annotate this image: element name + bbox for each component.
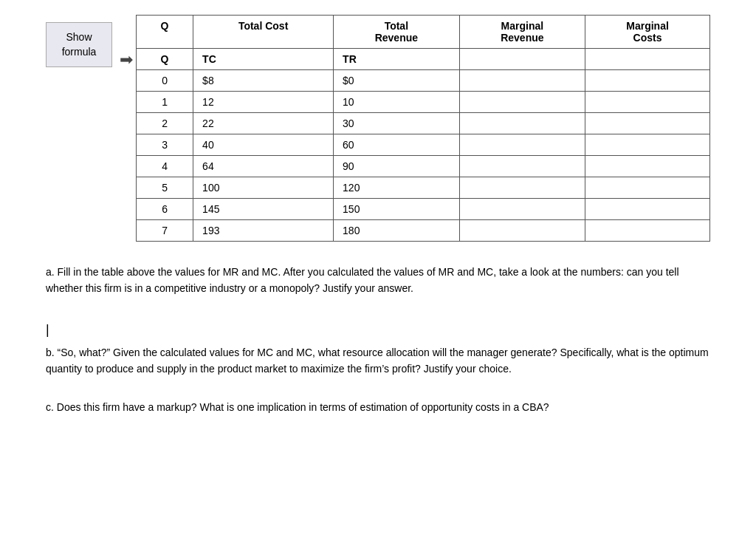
- question-a-block: a. Fill in the table above the values fo…: [46, 264, 710, 297]
- questions-section: a. Fill in the table above the values fo…: [46, 264, 710, 416]
- cell-mc-3[interactable]: [585, 134, 710, 156]
- top-section: Showformula ➡ Q Total Cost TotalRevenue …: [46, 15, 710, 242]
- cell-tc-6: 145: [193, 199, 334, 220]
- cell-mr-2[interactable]: [459, 113, 585, 134]
- col-header-marginal-costs: MarginalCosts: [585, 16, 710, 49]
- cell-q-1: 1: [137, 92, 193, 113]
- cell-tc-3: 40: [193, 134, 334, 156]
- subheader-mr: [459, 49, 585, 70]
- cell-mr-3[interactable]: [459, 134, 585, 156]
- cell-tr-2: 30: [334, 113, 460, 134]
- cell-mc-4[interactable]: [585, 156, 710, 177]
- cell-mc-1[interactable]: [585, 92, 710, 113]
- cell-mc-7[interactable]: [585, 220, 710, 242]
- subheader-tr: TR: [334, 49, 460, 70]
- table-header-row: Q Total Cost TotalRevenue MarginalRevenu…: [137, 16, 710, 49]
- table-subheader-row: Q TC TR: [137, 49, 710, 70]
- cell-q-0: 0: [137, 70, 193, 92]
- table-row: 0 $8 $0: [137, 70, 710, 92]
- question-b-block: | b. “So, what?” Given the calculated va…: [46, 319, 710, 378]
- cell-mr-0[interactable]: [459, 70, 585, 92]
- cell-tr-0: $0: [334, 70, 460, 92]
- cell-q-5: 5: [137, 177, 193, 199]
- question-c-block: c. Does this firm have a markup? What is…: [46, 399, 710, 415]
- table-row: 6 145 150: [137, 199, 710, 220]
- cell-tc-1: 12: [193, 92, 334, 113]
- subheader-q: Q: [137, 49, 193, 70]
- cell-tc-0: $8: [193, 70, 334, 92]
- col-header-q: Q: [137, 16, 193, 49]
- cell-q-6: 6: [137, 199, 193, 220]
- subheader-tc: TC: [193, 49, 334, 70]
- table-row: 3 40 60: [137, 134, 710, 156]
- table-row: 7 193 180: [137, 220, 710, 242]
- subheader-mc: [585, 49, 710, 70]
- cell-mr-6[interactable]: [459, 199, 585, 220]
- question-a-text: a. Fill in the table above the values fo…: [46, 264, 710, 297]
- question-b-text: b. “So, what?” Given the calculated valu…: [46, 344, 710, 378]
- cell-mr-5[interactable]: [459, 177, 585, 199]
- cell-tr-4: 90: [334, 156, 460, 177]
- show-formula-button[interactable]: Showformula: [46, 22, 112, 67]
- table-row: 4 64 90: [137, 156, 710, 177]
- col-header-total-revenue: TotalRevenue: [334, 16, 460, 49]
- arrow-container: ➡: [120, 50, 133, 69]
- arrow-icon: ➡: [120, 50, 133, 69]
- cell-tr-5: 120: [334, 177, 460, 199]
- cell-tc-2: 22: [193, 113, 334, 134]
- cell-tr-1: 10: [334, 92, 460, 113]
- cell-mr-7[interactable]: [459, 220, 585, 242]
- col-header-marginal-revenue: MarginalRevenue: [459, 16, 585, 49]
- table-row: 1 12 10: [137, 92, 710, 113]
- cell-tc-4: 64: [193, 156, 334, 177]
- cell-q-4: 4: [137, 156, 193, 177]
- cell-tr-6: 150: [334, 199, 460, 220]
- cell-tc-5: 100: [193, 177, 334, 199]
- cell-q-3: 3: [137, 134, 193, 156]
- col-header-total-cost: Total Cost: [193, 16, 334, 49]
- page-container: Showformula ➡ Q Total Cost TotalRevenue …: [46, 15, 710, 416]
- cell-mc-6[interactable]: [585, 199, 710, 220]
- cell-mr-4[interactable]: [459, 156, 585, 177]
- table-row: 5 100 120: [137, 177, 710, 199]
- data-table: Q Total Cost TotalRevenue MarginalRevenu…: [136, 15, 710, 242]
- cell-q-2: 2: [137, 113, 193, 134]
- cell-mc-5[interactable]: [585, 177, 710, 199]
- cell-mc-0[interactable]: [585, 70, 710, 92]
- cell-tr-7: 180: [334, 220, 460, 242]
- table-row: 2 22 30: [137, 113, 710, 134]
- cursor-line: |: [46, 319, 710, 341]
- cell-q-7: 7: [137, 220, 193, 242]
- cell-mr-1[interactable]: [459, 92, 585, 113]
- table-wrapper: Q Total Cost TotalRevenue MarginalRevenu…: [136, 15, 710, 242]
- cell-tr-3: 60: [334, 134, 460, 156]
- cell-mc-2[interactable]: [585, 113, 710, 134]
- cell-tc-7: 193: [193, 220, 334, 242]
- question-c-text: c. Does this firm have a markup? What is…: [46, 399, 710, 415]
